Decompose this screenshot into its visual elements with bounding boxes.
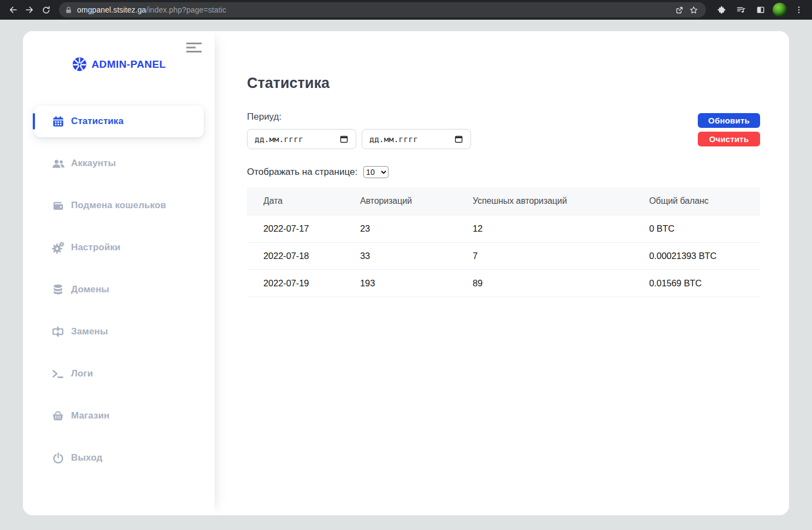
brand[interactable]: ADMIN-PANEL (23, 57, 215, 72)
sidebar-item-domains[interactable]: Домены (34, 274, 204, 305)
forward-arrow-icon (25, 5, 34, 15)
table-row: 2022-07-17 23 12 0 BTC (247, 215, 760, 242)
per-page-select[interactable]: 10 (363, 166, 389, 178)
cell-date: 2022-07-17 (247, 215, 344, 242)
back-arrow-icon (8, 5, 18, 15)
database-icon (51, 284, 65, 296)
power-icon (51, 452, 65, 464)
cell-successful-authorizations: 12 (456, 215, 633, 242)
column-header-date: Дата (247, 187, 344, 215)
three-dots-icon (795, 5, 803, 14)
cell-date: 2022-07-18 (247, 242, 344, 269)
date-to-placeholder: дд.мм.гггг (369, 135, 418, 144)
sidebar-item-logs[interactable]: Логи (34, 358, 204, 390)
table-row: 2022-07-19 193 89 0.01569 BTC (247, 269, 760, 297)
wallet-icon (51, 199, 65, 212)
playlist-music-icon (736, 5, 746, 15)
share-button[interactable] (672, 3, 686, 17)
sidebar-item-label: Подмена кошельков (71, 200, 166, 211)
sidebar-item-label: Статистика (71, 116, 123, 127)
cell-total-balance: 0 BTC (633, 215, 760, 242)
extensions-button[interactable] (714, 2, 729, 17)
sidebar-item-label: Логи (71, 368, 93, 379)
sidebar-nav: Статистика Аккаунты (34, 105, 204, 484)
profile-avatar[interactable] (773, 3, 787, 17)
sidebar-item-accounts[interactable]: Аккаунты (34, 148, 204, 179)
url-domain: omgpanel.stsitez.ga (77, 5, 146, 14)
cell-successful-authorizations: 89 (456, 269, 633, 297)
toolbar-extensions (714, 2, 807, 17)
side-panel-button[interactable] (753, 2, 768, 17)
sidebar: ADMIN-PANEL (23, 31, 215, 515)
calendar-icon (51, 115, 65, 128)
column-header-total-balance: Общий баланс (633, 187, 760, 215)
forward-button[interactable] (22, 2, 37, 17)
sidebar-item-label: Настройки (71, 242, 121, 253)
side-panel-icon (756, 5, 766, 15)
brand-name: ADMIN-PANEL (92, 58, 166, 70)
browser-toolbar: omgpanel.stsitez.ga/index.php?page=stati… (0, 0, 812, 20)
table-header-row: Дата Авторизаций Успешных авторизаций Об… (247, 187, 760, 215)
sidebar-item-settings[interactable]: Настройки (34, 232, 204, 263)
cell-authorizations: 193 (344, 269, 456, 297)
per-page-row: Отображать на странице: 10 (247, 166, 760, 178)
statistics-table: Дата Авторизаций Успешных авторизаций Об… (247, 187, 760, 297)
lock-icon[interactable] (64, 6, 73, 14)
cell-successful-authorizations: 7 (456, 242, 633, 269)
media-controls-button[interactable] (733, 2, 749, 17)
bookmark-button[interactable] (686, 3, 701, 17)
url-path: /index.php?page=static (146, 5, 226, 14)
date-from-placeholder: дд.мм.гггг (255, 135, 303, 144)
clear-button[interactable]: Очистить (698, 132, 760, 146)
page-background: ADMIN-PANEL (0, 20, 812, 530)
cell-total-balance: 0.00021393 BTC (633, 242, 760, 269)
column-header-successful-authorizations: Успешных авторизаций (456, 187, 633, 215)
refresh-button[interactable] (38, 2, 54, 17)
cell-authorizations: 23 (344, 215, 456, 242)
star-icon (689, 5, 698, 15)
gears-icon (51, 241, 65, 255)
column-header-authorizations: Авторизаций (344, 187, 456, 215)
terminal-icon (51, 367, 65, 380)
sidebar-item-shop[interactable]: Магазин (34, 400, 204, 432)
admin-panel-app: ADMIN-PANEL (23, 31, 789, 515)
period-inputs: дд.мм.гггг дд.мм.гггг (247, 129, 760, 149)
cell-authorizations: 33 (344, 242, 456, 269)
cell-total-balance: 0.01569 BTC (633, 269, 760, 297)
sidebar-item-label: Магазин (71, 410, 109, 421)
address-bar[interactable]: omgpanel.stsitez.ga/index.php?page=stati… (59, 2, 706, 17)
sidebar-item-statistics[interactable]: Статистика (34, 105, 204, 137)
basket-icon (51, 409, 65, 422)
action-buttons: Обновить Очистить (698, 113, 760, 146)
date-from-input[interactable]: дд.мм.гггг (247, 129, 356, 149)
url-text[interactable]: omgpanel.stsitez.ga/index.php?page=stati… (77, 5, 672, 14)
cell-date: 2022-07-19 (247, 269, 344, 297)
refresh-button[interactable]: Обновить (698, 113, 760, 128)
sidebar-item-wallet-swap[interactable]: Подмена кошельков (34, 190, 204, 221)
period-label: Периуд: (247, 111, 760, 122)
sidebar-item-label: Выход (71, 452, 102, 463)
swap-arrows-icon (51, 325, 65, 338)
page-title: Статистика (247, 76, 760, 91)
calendar-picker-icon[interactable] (339, 134, 349, 144)
sidebar-item-replacements[interactable]: Замены (34, 316, 204, 348)
back-button[interactable] (5, 2, 21, 17)
users-icon (51, 157, 65, 170)
puzzle-icon (717, 5, 726, 15)
date-to-input[interactable]: дд.мм.гггг (362, 129, 471, 149)
sidebar-toggle-button[interactable] (185, 41, 203, 56)
calendar-picker-icon[interactable] (454, 134, 463, 144)
table-row: 2022-07-18 33 7 0.00021393 BTC (247, 242, 760, 269)
share-icon (675, 5, 684, 15)
sidebar-item-logout[interactable]: Выход (34, 442, 204, 474)
sidebar-item-label: Домены (71, 284, 109, 295)
main-content: Статистика Периуд: дд.мм.гггг дд.мм.гггг (215, 31, 789, 515)
brand-logo-icon (72, 57, 87, 72)
refresh-icon (42, 5, 51, 15)
per-page-label: Отображать на странице: (247, 167, 357, 178)
sidebar-item-label: Аккаунты (71, 158, 116, 169)
sidebar-item-label: Замены (71, 326, 108, 337)
browser-menu-button[interactable] (791, 2, 807, 17)
menu-icon (186, 42, 202, 53)
